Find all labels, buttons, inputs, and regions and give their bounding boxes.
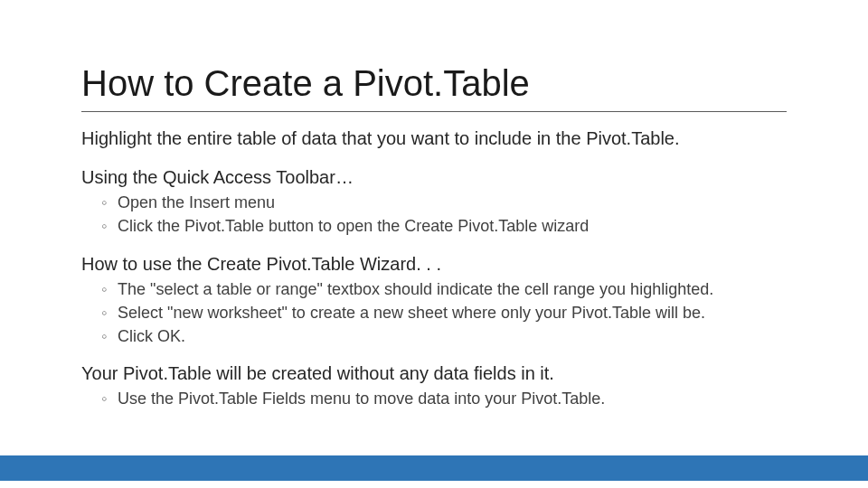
- section-heading-wizard: How to use the Create Pivot.Table Wizard…: [81, 254, 787, 275]
- list-item: Select "new worksheet" to create a new s…: [105, 302, 787, 324]
- list-item: Open the Insert menu: [105, 192, 787, 213]
- section-bullets-wizard: The "select a table or range" textbox sh…: [105, 278, 787, 348]
- list-item: Click OK.: [105, 325, 787, 347]
- section-heading-created: Your Pivot.Table will be created without…: [81, 363, 787, 384]
- list-item: The "select a table or range" textbox sh…: [105, 278, 787, 300]
- slide: How to Create a Pivot.Table Highlight th…: [0, 0, 868, 488]
- list-item: Click the Pivot.Table button to open the…: [105, 215, 787, 237]
- section-heading-quick-access: Using the Quick Access Toolbar…: [81, 167, 787, 188]
- list-item: Use the Pivot.Table Fields menu to move …: [105, 388, 787, 409]
- section-bullets-created: Use the Pivot.Table Fields menu to move …: [105, 388, 787, 409]
- footer-accent-bar: [0, 455, 868, 481]
- lead-paragraph: Highlight the entire table of data that …: [81, 128, 787, 149]
- slide-title: How to Create a Pivot.Table: [81, 63, 787, 112]
- section-bullets-quick-access: Open the Insert menu Click the Pivot.Tab…: [105, 192, 787, 238]
- slide-content: How to Create a Pivot.Table Highlight th…: [0, 0, 868, 410]
